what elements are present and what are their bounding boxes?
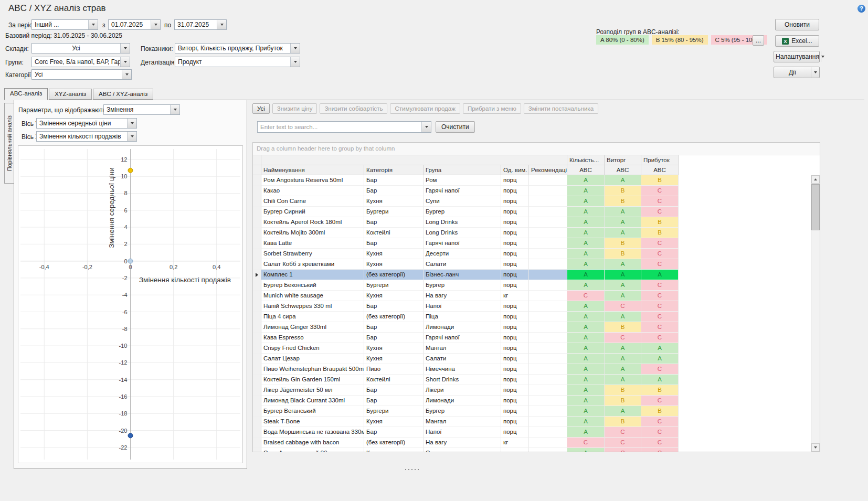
chevron-down-icon[interactable] <box>122 70 131 79</box>
chevron-down-icon[interactable] <box>127 132 136 141</box>
table-row[interactable]: Коктейль Aperol Rock 180mlБарLong Drinks… <box>253 217 820 228</box>
table-row[interactable]: Бургер БеконськийБургериБургерпорцAAC <box>253 280 820 291</box>
chevron-down-icon[interactable] <box>151 20 160 29</box>
table-row[interactable]: Бургер ВеганськийБургериБургерпорцAAB <box>253 406 820 417</box>
chevron-down-icon[interactable] <box>170 105 179 114</box>
excel-button[interactable]: X Excel... <box>775 35 819 47</box>
cell-abc: C <box>567 438 605 448</box>
chevron-down-icon[interactable] <box>290 44 300 53</box>
table-row[interactable]: Піца 4 сира(без категорії)ПіцапорцAAC <box>253 312 820 322</box>
scroll-up-button[interactable] <box>811 175 820 184</box>
chevron-down-icon[interactable] <box>421 122 431 132</box>
cell-abc: B <box>605 249 641 259</box>
row-indicator <box>253 322 261 333</box>
scatter-point[interactable] <box>128 168 133 173</box>
column-header-abc[interactable]: ABC <box>605 165 641 175</box>
table-row[interactable]: КакаоБарГарячі напоїпорцABC <box>253 186 820 196</box>
column-header[interactable]: Категорія <box>364 165 424 175</box>
cell-abc: B <box>641 406 679 417</box>
table-row[interactable]: Лимонад Ginger 330mlБарЛимонадипорцABC <box>253 322 820 333</box>
table-row[interactable]: Вода Моршинська не газована 330млБарНапо… <box>253 427 820 438</box>
table-row[interactable]: Напій Schweppes 330 mlБарНапоїпорцACC <box>253 301 820 312</box>
column-header-abc[interactable]: ABC <box>567 165 605 175</box>
table-row[interactable]: Кава LatteБарГарячі напоїпорцABC <box>253 238 820 249</box>
scatter-point[interactable] <box>128 259 133 263</box>
column-header[interactable]: Рекомендації <box>529 165 567 175</box>
search-box[interactable] <box>257 121 431 133</box>
chevron-down-icon[interactable] <box>811 67 819 78</box>
table-row[interactable]: Соус Апельсиновий 30КухняСоусапорцACC <box>253 448 820 452</box>
table-row[interactable]: Лимонад Black Currant 330mlБарЛимонадипо… <box>253 396 820 406</box>
table-row[interactable]: Ром Angostura Reserva 50mlБарРомпорцAAB <box>253 175 820 186</box>
help-icon[interactable]: ? <box>858 5 865 13</box>
indicators-select[interactable]: Виторг, Кількість продажу, Прибуток <box>175 43 300 54</box>
table-row[interactable]: Коктейль Mojito 300mlКоктейліLong Drinks… <box>253 228 820 238</box>
tab-xyz-analysis[interactable]: XYZ-аналіз <box>49 89 92 100</box>
vertical-scrollbar[interactable] <box>811 175 820 452</box>
detail-select[interactable]: Продукт <box>175 57 300 67</box>
table-row[interactable]: Braised cabbage with bacon(без категорії… <box>253 438 820 448</box>
axis-x-select[interactable]: Змінення кількості продажів <box>36 131 137 142</box>
table-row[interactable]: Chili Con CarneКухняСупипорцABC <box>253 196 820 207</box>
cell-group: Лимонади <box>424 396 501 406</box>
tab-abc-xyz-analysis[interactable]: ABC / XYZ-аналіз <box>93 89 153 100</box>
date-to-input[interactable]: 31.07.2025 <box>174 19 227 30</box>
cell-category: Кухня <box>364 259 424 270</box>
column-header[interactable]: Найменування <box>261 165 364 175</box>
table-row[interactable]: Кава EspressoБарГарячі напоїпорцACC <box>253 333 820 343</box>
axis-y-select[interactable]: Змінення середньої ціни <box>36 118 137 129</box>
tab-comparative-analysis[interactable]: Порівняльний аналіз <box>4 103 15 184</box>
warehouses-select[interactable]: Усі <box>31 43 130 54</box>
table-row[interactable]: Комплес 1(без категорії)Бізнес-ланчпорцA… <box>253 270 820 280</box>
chevron-down-icon[interactable] <box>217 20 226 29</box>
column-group-header[interactable]: Виторг <box>605 155 641 165</box>
period-select[interactable]: Інший ... <box>31 19 98 30</box>
clear-search-button[interactable]: Очистити <box>436 121 475 133</box>
horizontal-splitter-handle[interactable] <box>405 469 422 471</box>
table-row[interactable]: Салат ЦезарКухняСалатипорцAAA <box>253 354 820 364</box>
chevron-down-icon[interactable] <box>120 44 130 53</box>
chevron-down-icon[interactable] <box>88 20 98 29</box>
tab-abc-analysis[interactable]: ABC-аналіз <box>4 88 48 100</box>
table-row[interactable]: Munich white sausageКухняНа вагукгCAC <box>253 291 820 301</box>
scroll-down-button[interactable] <box>811 443 820 452</box>
recommendation-button-0[interactable]: Усі <box>252 103 270 114</box>
categories-select[interactable]: Усі <box>31 69 132 80</box>
cell-name: Вода Моршинська не газована 330мл <box>261 427 364 438</box>
comparison-scatter-chart[interactable]: 121086420-2-4-6-8-10-12-14-16-18-20-22-0… <box>18 146 242 463</box>
date-from-input[interactable]: 01.07.2025 <box>108 19 161 30</box>
svg-text:10: 10 <box>121 173 127 179</box>
cell-unit: порц <box>501 333 529 343</box>
cell-abc: A <box>567 385 605 396</box>
group-by-hint[interactable]: Drag a column header here to group by th… <box>253 143 820 155</box>
chevron-down-icon[interactable] <box>120 57 130 67</box>
table-row[interactable]: Crispy Fried ChickenКухняМангалпорцAAA <box>253 343 820 354</box>
refresh-button[interactable]: Оновити <box>775 19 819 30</box>
scrollbar-thumb[interactable] <box>811 184 820 230</box>
table-row[interactable]: Пиво Weihenstephan Braupakt 500mlПивоНім… <box>253 364 820 375</box>
table-row[interactable]: Sorbet StrawberryКухняДесертипорцABC <box>253 249 820 259</box>
svg-text:0: 0 <box>129 264 132 270</box>
search-input[interactable] <box>258 122 421 132</box>
table-row[interactable]: Бургер СирнийБургериБургерпорцAAC <box>253 207 820 217</box>
column-header-abc[interactable]: ABC <box>641 165 679 175</box>
table-row[interactable]: Лікер Jägermeister 50 млБарЛікерипорцABB <box>253 385 820 396</box>
cell-name: Munich white sausage <box>261 291 364 301</box>
column-header[interactable]: Група <box>424 165 501 175</box>
column-group-header[interactable]: Прибуток <box>641 155 679 165</box>
column-group-header[interactable]: Кількість... <box>567 155 605 165</box>
abc-distribution-more-button[interactable]: ... <box>753 35 764 46</box>
chevron-down-icon[interactable] <box>127 119 136 128</box>
cell-category: Пиво <box>364 364 424 375</box>
settings-button[interactable]: Налаштування <box>774 51 820 62</box>
chevron-down-icon[interactable] <box>821 51 824 62</box>
actions-menu-button[interactable]: Дії <box>774 67 820 78</box>
table-row[interactable]: Салат Кобб з креветкамиКухняСалатипорцAA… <box>253 259 820 270</box>
table-row[interactable]: Steak T-BoneКухняМангалпорцABC <box>253 417 820 427</box>
scatter-point[interactable] <box>128 433 133 438</box>
groups-select[interactable]: Corc Free, Б/а напої, БАР, Гарячі ... <box>31 57 130 67</box>
params-select[interactable]: Змінення <box>103 104 180 115</box>
table-row[interactable]: Коктейль Gin Garden 150mlКоктейліShort D… <box>253 375 820 385</box>
column-header[interactable]: Од. вим. <box>501 165 529 175</box>
chevron-down-icon[interactable] <box>290 57 300 67</box>
